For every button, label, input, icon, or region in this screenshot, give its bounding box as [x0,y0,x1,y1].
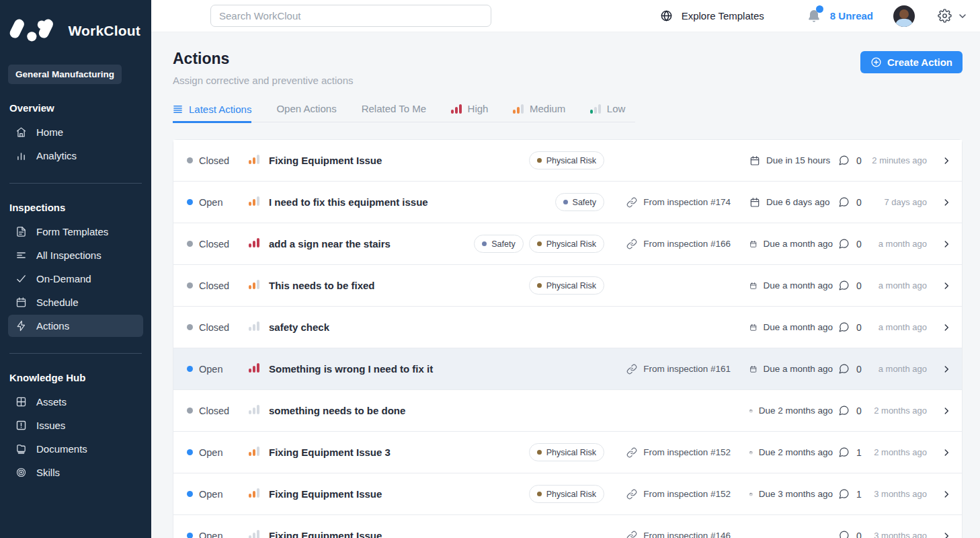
tag-physical-risk[interactable]: Physical Risk [529,443,604,461]
tab-medium[interactable]: Medium [513,103,565,122]
status-label: Closed [199,280,229,291]
explore-templates-button[interactable]: Explore Templates [660,9,764,22]
action-row[interactable]: Closed Fixing Equipment Issue Physical R… [173,140,962,182]
sidebar-item-label: Home [36,126,63,138]
tag-physical-risk[interactable]: Physical Risk [529,235,604,253]
comments-count[interactable]: 0 [833,238,869,249]
action-row[interactable]: Closed This needs to be fixed Physical R… [173,265,962,307]
comment-icon [838,321,850,333]
from-inspection[interactable]: From inspection #146 [612,531,731,538]
from-inspection[interactable]: From inspection #166 [612,239,731,249]
skills-icon [15,467,27,478]
comments-count[interactable]: 0 [833,405,869,416]
workclout-logo[interactable]: WorkClout [0,0,151,46]
tag-dot [482,241,487,246]
due-label: Due in 15 hours [766,155,830,165]
comment-icon [838,405,850,416]
from-inspection[interactable]: From inspection #174 [612,197,731,208]
comments-count[interactable]: 0 [833,363,869,375]
status-badge: Closed [187,280,249,291]
comments-count[interactable]: 1 [833,447,869,458]
calendar-icon [749,406,753,416]
action-title: something needs to be done [269,405,413,416]
tab-high[interactable]: High [451,103,488,122]
action-row[interactable]: Open Fixing Equipment Issue 3 Physical R… [173,432,962,473]
due-date: Due a month ago [731,364,833,375]
action-row[interactable]: Open I need to fix this equipment issue … [173,182,962,223]
avatar[interactable] [893,5,915,27]
schedule-icon [15,297,27,308]
comments-count[interactable]: 1 [833,488,869,500]
tag-physical-risk[interactable]: Physical Risk [529,276,604,295]
status-dot [187,157,193,163]
search-input[interactable] [210,5,491,27]
comments-count[interactable]: 0 [833,321,869,333]
comments-number: 0 [856,406,862,416]
calendar-icon [749,280,757,291]
comments-count[interactable]: 0 [833,280,869,291]
sidebar-item-all-inspections[interactable]: All Inspections [8,244,143,266]
action-row[interactable]: Open Something is wrong I need to fix it… [173,348,962,390]
due-label: Due a month ago [763,322,833,332]
comments-count[interactable]: 0 [833,530,869,538]
tab-latest-actions[interactable]: Latest Actions [173,103,251,123]
tag-safety[interactable]: Safety [555,193,604,211]
action-row[interactable]: Closed something needs to be done Due 2 … [173,390,962,432]
tab-open-actions[interactable]: Open Actions [276,103,336,122]
sidebar-item-skills[interactable]: Skills [8,461,143,484]
sidebar-item-analytics[interactable]: Analytics [8,145,143,167]
tag-list: Physical Risk [529,151,604,169]
status-dot [187,449,193,455]
action-row[interactable]: Open Fixing Equipment Issue From inspect… [173,515,962,538]
action-row[interactable]: Closed add a sign near the stairs Safety… [173,223,962,265]
link-icon [626,197,637,208]
from-inspection[interactable]: From inspection #161 [612,364,731,375]
sidebar-item-schedule[interactable]: Schedule [8,291,143,313]
sidebar-item-assets[interactable]: Assets [8,391,143,413]
workspace-badge[interactable]: General Manufacturing [8,65,122,84]
unread-count: 8 Unread [830,10,873,22]
action-title: Something is wrong I need to fix it [269,363,441,375]
workclout-logo-icon [9,15,62,46]
calendar-icon [749,322,757,333]
from-inspection[interactable]: From inspection #152 [612,447,731,458]
status-badge: Closed [187,406,249,416]
action-title: safety check [269,321,337,333]
notifications-button[interactable]: 8 Unread [806,8,873,24]
chevron-down-icon[interactable] [957,11,968,22]
comment-icon [838,280,850,291]
tab-low[interactable]: Low [590,103,625,122]
tag-physical-risk[interactable]: Physical Risk [529,151,604,169]
due-label: Due 3 months ago [759,489,833,499]
tab-related-to-me[interactable]: Related To Me [362,103,426,122]
home-icon [15,126,27,138]
sidebar-item-label: Schedule [36,297,79,308]
tag-physical-risk[interactable]: Physical Risk [529,485,604,503]
priority-cell [249,488,269,500]
comments-count[interactable]: 0 [833,196,869,208]
sidebar-item-issues[interactable]: Issues [8,414,143,436]
calendar-icon [749,239,757,249]
from-inspection[interactable]: From inspection #152 [612,489,731,500]
tab-label: High [468,103,489,114]
chevron-right-icon [942,406,951,416]
time-ago: 2 minutes ago [869,155,927,166]
documents-icon [15,443,27,455]
comments-count[interactable]: 0 [833,155,869,166]
action-row[interactable]: Closed safety check Due a month ago 0 a … [173,307,962,348]
sidebar-item-form-templates[interactable]: Form Templates [8,221,143,243]
sidebar-item-actions[interactable]: Actions [8,315,143,337]
due-label: Due 6 days ago [766,197,830,207]
action-row[interactable]: Open Fixing Equipment Issue Physical Ris… [173,473,962,515]
tag-safety[interactable]: Safety [474,235,523,253]
priority-medium-icon [249,279,259,289]
comment-icon [838,155,850,166]
tab-label: Open Actions [276,103,336,114]
sidebar-item-documents[interactable]: Documents [8,438,143,460]
sidebar-item-on-demand[interactable]: On-Demand [8,268,143,290]
form-templates-icon [15,226,27,237]
sidebar-item-home[interactable]: Home [8,121,143,143]
create-action-button[interactable]: Create Action [860,51,963,73]
priority-high-icon [451,104,462,114]
gear-icon[interactable] [938,9,952,23]
